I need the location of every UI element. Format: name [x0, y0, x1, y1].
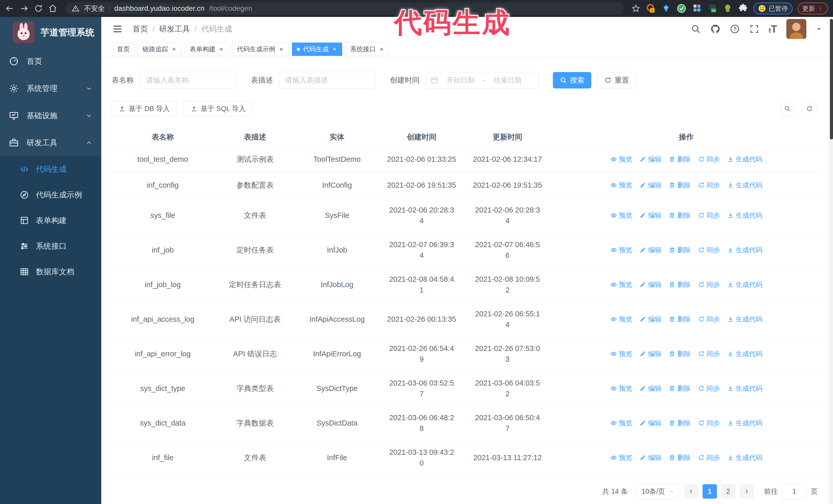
action-preview-link[interactable]: 预览 [610, 383, 632, 394]
page-button-1[interactable]: 1 [703, 484, 717, 499]
action-sync-link[interactable]: 同步 [698, 383, 720, 394]
action-delete-link[interactable]: 删除 [669, 180, 691, 190]
action-preview-link[interactable]: 预览 [610, 180, 632, 190]
tab-代码生成[interactable]: 代码生成 [292, 43, 342, 56]
action-delete-link[interactable]: 删除 [669, 245, 691, 255]
avatar-caret-down-icon[interactable] [815, 26, 822, 32]
action-preview-link[interactable]: 预览 [610, 452, 632, 463]
action-preview-link[interactable]: 预览 [610, 279, 632, 290]
action-preview-link[interactable]: 预览 [610, 154, 632, 165]
help-icon[interactable]: ? [730, 24, 740, 34]
search-button[interactable]: 搜索 [553, 72, 591, 89]
page-size-select[interactable]: 10条/页 [636, 484, 680, 499]
reset-button[interactable]: 重置 [597, 72, 636, 89]
action-generate-link[interactable]: 生成代码 [727, 210, 763, 221]
github-icon[interactable] [710, 24, 720, 34]
start-date-input[interactable] [441, 76, 480, 85]
create-time-range-picker[interactable]: - [426, 72, 539, 89]
refresh-table-button[interactable] [802, 101, 816, 116]
action-generate-link[interactable]: 生成代码 [727, 452, 763, 463]
toggle-search-button[interactable] [780, 101, 794, 116]
scrollbar-thumb[interactable] [830, 19, 833, 140]
action-preview-link[interactable]: 预览 [610, 314, 632, 325]
extension-orange-icon[interactable]: 1 [646, 3, 656, 14]
action-edit-link[interactable]: 编辑 [640, 154, 662, 165]
import-db-button[interactable]: 基于 DB 导入 [112, 101, 177, 116]
breadcrumb-dev-tools[interactable]: 研发工具 [159, 24, 190, 34]
next-page-button[interactable] [739, 484, 754, 499]
action-delete-link[interactable]: 删除 [669, 417, 691, 428]
action-edit-link[interactable]: 编辑 [640, 349, 662, 359]
action-edit-link[interactable]: 编辑 [640, 210, 662, 221]
table-name-input[interactable] [140, 72, 236, 89]
action-edit-link[interactable]: 编辑 [640, 314, 662, 325]
action-sync-link[interactable]: 同步 [698, 349, 720, 359]
page-scrollbar[interactable] [829, 17, 833, 504]
reload-icon[interactable] [34, 4, 43, 13]
sidebar-item-system-mgmt[interactable]: 系统管理 [0, 75, 101, 102]
sidebar-item-dev-tools[interactable]: 研发工具 [0, 129, 101, 157]
sidebar-subitem-codegen-demo[interactable]: 代码生成示例 [0, 182, 101, 208]
extensions-puzzle-icon[interactable] [738, 3, 748, 14]
action-sync-link[interactable]: 同步 [698, 180, 720, 190]
sidebar-subitem-system-api[interactable]: 系统接口 [0, 233, 101, 259]
fullscreen-icon[interactable] [749, 24, 759, 34]
extension-android-icon[interactable] [722, 3, 733, 14]
action-sync-link[interactable]: 同步 [698, 314, 720, 325]
page-button-2[interactable]: 2 [721, 484, 735, 499]
action-edit-link[interactable]: 编辑 [640, 245, 662, 255]
hamburger-icon[interactable] [112, 24, 123, 34]
action-delete-link[interactable]: 删除 [669, 452, 691, 463]
tab-代码生成示例[interactable]: 代码生成示例 [232, 43, 289, 56]
sidebar-item-infrastructure[interactable]: 基础设施 [0, 102, 101, 129]
action-delete-link[interactable]: 删除 [669, 279, 691, 290]
action-generate-link[interactable]: 生成代码 [727, 417, 763, 428]
back-icon[interactable] [5, 4, 14, 13]
action-sync-link[interactable]: 同步 [698, 279, 720, 290]
action-edit-link[interactable]: 编辑 [640, 452, 662, 463]
action-sync-link[interactable]: 同步 [698, 452, 720, 463]
extension-gem-icon[interactable] [661, 3, 671, 14]
action-generate-link[interactable]: 生成代码 [727, 245, 763, 255]
prev-page-button[interactable] [684, 484, 698, 499]
action-sync-link[interactable]: 同步 [698, 245, 720, 255]
search-icon[interactable] [691, 24, 701, 34]
action-sync-link[interactable]: 同步 [698, 417, 720, 428]
sidebar-subitem-codegen[interactable]: 代码生成 [0, 157, 101, 182]
action-delete-link[interactable]: 删除 [669, 349, 691, 359]
action-generate-link[interactable]: 生成代码 [727, 154, 763, 165]
font-size-icon[interactable]: tT [769, 23, 777, 35]
action-delete-link[interactable]: 删除 [669, 154, 691, 165]
tab-首页[interactable]: 首页 [112, 43, 135, 56]
tab-系统接口[interactable]: 系统接口 [345, 43, 389, 56]
action-preview-link[interactable]: 预览 [610, 245, 632, 255]
extension-green-check-icon[interactable] [676, 3, 687, 14]
security-warning-icon[interactable] [72, 5, 79, 12]
address-bar[interactable]: 不安全 dashboard.yudao.iocoder.cn/tool/code… [65, 2, 624, 15]
kebab-menu-icon[interactable] [818, 6, 823, 11]
bookmark-star-icon[interactable] [631, 4, 641, 13]
tab-表单构建[interactable]: 表单构建 [185, 43, 229, 56]
extension-grid-icon[interactable] [692, 3, 702, 14]
action-generate-link[interactable]: 生成代码 [727, 383, 763, 394]
user-avatar[interactable] [786, 19, 806, 39]
action-generate-link[interactable]: 生成代码 [727, 180, 763, 190]
breadcrumb-home[interactable]: 首页 [133, 24, 148, 34]
action-edit-link[interactable]: 编辑 [640, 279, 662, 290]
goto-page-input[interactable] [782, 484, 807, 499]
import-sql-button[interactable]: 基于 SQL 导入 [184, 101, 253, 116]
sidebar-subitem-db-doc[interactable]: 数据库文档 [0, 259, 101, 285]
sidebar-item-home[interactable]: 首页 [0, 48, 101, 75]
action-preview-link[interactable]: 预览 [610, 349, 632, 359]
home-icon[interactable] [48, 4, 57, 13]
action-generate-link[interactable]: 生成代码 [727, 314, 763, 325]
action-delete-link[interactable]: 删除 [669, 383, 691, 394]
action-delete-link[interactable]: 删除 [669, 210, 691, 221]
sidebar-subitem-form-builder[interactable]: 表单构建 [0, 208, 101, 233]
profile-paused-chip[interactable]: 已暂停 [753, 3, 792, 14]
action-preview-link[interactable]: 预览 [610, 210, 632, 221]
tab-链路追踪[interactable]: 链路追踪 [138, 43, 182, 56]
action-sync-link[interactable]: 同步 [698, 210, 720, 221]
end-date-input[interactable] [488, 76, 527, 85]
action-sync-link[interactable]: 同步 [698, 154, 720, 165]
